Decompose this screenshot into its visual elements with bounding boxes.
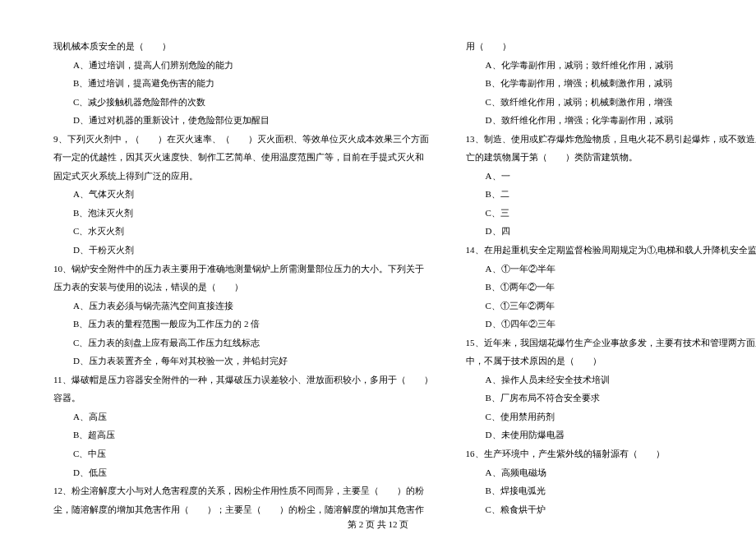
- q14-option-a: A、①一年②半年: [466, 260, 756, 279]
- q9-option-a: A、气体灭火剂: [53, 185, 433, 204]
- q11-stem-1: 11、爆破帽是压力容器安全附件的一种，其爆破压力误差较小、泄放面积较小，多用于（…: [53, 371, 433, 389]
- q14-option-b: B、①两年②一年: [466, 278, 756, 297]
- q14-option-d: D、①四年②三年: [466, 315, 756, 334]
- q12-stem-cont: 用（ ）: [466, 37, 756, 56]
- q12-stem-2: 尘，随溶解度的增加其危害作用（ ）；主要呈（ ）的粉尘，随溶解度的增加其危害作: [53, 500, 433, 519]
- q12-option-b: B、化学毒副作用，增强；机械刺激作用，减弱: [466, 74, 756, 93]
- q13-option-d: D、四: [466, 222, 756, 241]
- q13-option-c: C、三: [466, 204, 756, 223]
- q11-option-b: B、超高压: [53, 426, 433, 444]
- q8-option-c: C、减少接触机器危险部件的次数: [53, 93, 433, 112]
- q8-stem-cont: 现机械本质安全的是（ ）: [53, 37, 433, 56]
- q10-stem-2: 压力表的安装与使用的说法，错误的是（ ）: [53, 278, 433, 297]
- q15-option-c: C、使用禁用药剂: [466, 407, 756, 426]
- q12-option-a: A、化学毒副作用，减弱；致纤维化作用，减弱: [466, 56, 756, 75]
- q16-option-c: C、粮食烘干炉: [466, 500, 756, 519]
- q12-option-c: C、致纤维化作用，减弱；机械刺激作用，增强: [466, 93, 756, 112]
- right-column: 用（ ） A、化学毒副作用，减弱；致纤维化作用，减弱 B、化学毒副作用，增强；机…: [466, 37, 756, 518]
- q15-option-b: B、厂房布局不符合安全要求: [466, 389, 756, 407]
- q16-option-a: A、高频电磁场: [466, 463, 756, 482]
- q11-stem-2: 容器。: [53, 389, 433, 407]
- q10-option-a: A、压力表必须与锅壳蒸汽空间直接连接: [53, 297, 433, 315]
- q13-option-a: A、一: [466, 167, 756, 186]
- q16-stem-1: 16、生产环境中，产生紫外线的辐射源有（ ）: [466, 444, 756, 463]
- q9-option-d: D、干粉灭火剂: [53, 241, 433, 260]
- q14-stem-1: 14、在用起重机安全定期监督检验周期规定为①,电梯和载人升降机安全监督检验周期规…: [466, 241, 756, 260]
- q13-option-b: B、二: [466, 185, 756, 204]
- q12-stem-1: 12、粉尘溶解度大小与对人危害程度的关系，因粉尘作用性质不同而异，主要呈（ ）的…: [53, 481, 433, 500]
- q10-option-b: B、压力表的量程范围一般应为工作压力的 2 倍: [53, 315, 433, 334]
- q14-option-c: C、①三年②两年: [466, 297, 756, 315]
- page-columns: 现机械本质安全的是（ ） A、通过培训，提高人们辨别危险的能力 B、通过培训，提…: [0, 0, 756, 518]
- q11-option-c: C、中压: [53, 444, 433, 463]
- q15-option-d: D、未使用防爆电器: [466, 426, 756, 444]
- q12-option-d: D、致纤维化作用，增强；化学毒副作用，减弱: [466, 111, 756, 130]
- q11-option-d: D、低压: [53, 463, 433, 482]
- q9-stem-3: 固定式灭火系统上得到广泛的应用。: [53, 167, 433, 186]
- q16-option-b: B、焊接电弧光: [466, 481, 756, 500]
- q15-stem-2: 中，不属于技术原因的是（ ）: [466, 352, 756, 371]
- q9-stem-1: 9、下列灭火剂中，（ ）在灭火速率、（ ）灭火面积、等效单位灭火成本效果三个方面: [53, 130, 433, 149]
- q8-option-b: B、通过培训，提高避免伤害的能力: [53, 74, 433, 93]
- q15-stem-1: 15、近年来，我国烟花爆竹生产企业事故多发，主要有技术和管理两方面原因，下列事故…: [466, 334, 756, 352]
- q10-stem-1: 10、锅炉安全附件中的压力表主要用于准确地测量锅炉上所需测量部位压力的大小。下列…: [53, 260, 433, 279]
- q13-stem-1: 13、制造、使用或贮存爆炸危险物质，且电火花不易引起爆炸，或不致造成巨大破坏和人…: [466, 130, 756, 149]
- q10-option-d: D、压力表装置齐全，每年对其校验一次，并铅封完好: [53, 352, 433, 371]
- q9-stem-2: 有一定的优越性，因其灭火速度快、制作工艺简单、使用温度范围广等，目前在手提式灭火…: [53, 148, 433, 167]
- page-footer: 第 2 页 共 12 页: [0, 518, 756, 534]
- q10-option-c: C、压力表的刻盘上应有最高工作压力红线标志: [53, 334, 433, 352]
- q15-option-a: A、操作人员未经安全技术培训: [466, 371, 756, 389]
- q11-option-a: A、高压: [53, 407, 433, 426]
- q13-stem-2: 亡的建筑物属于第（ ）类防雷建筑物。: [466, 148, 756, 167]
- left-column: 现机械本质安全的是（ ） A、通过培训，提高人们辨别危险的能力 B、通过培训，提…: [53, 37, 433, 518]
- q9-option-b: B、泡沫灭火剂: [53, 204, 433, 223]
- q8-option-a: A、通过培训，提高人们辨别危险的能力: [53, 56, 433, 75]
- q8-option-d: D、通过对机器的重新设计，使危险部位更加醒目: [53, 111, 433, 130]
- q9-option-c: C、水灭火剂: [53, 222, 433, 241]
